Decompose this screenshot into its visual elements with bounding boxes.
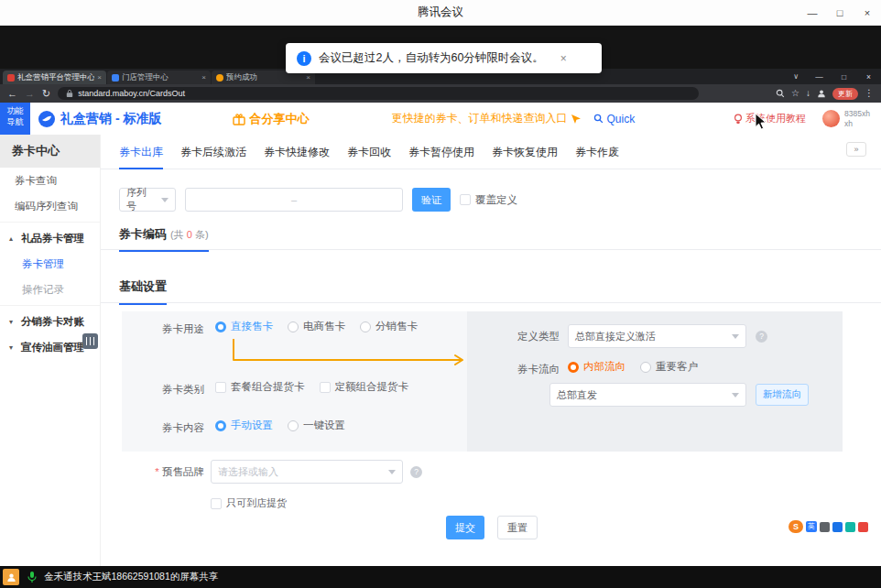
verify-button[interactable]: 验证 (412, 188, 451, 212)
sidebar-collapse-handle[interactable] (82, 333, 98, 349)
tab-close-icon[interactable]: × (97, 73, 102, 82)
tab-card-quick-edit[interactable]: 券卡快捷修改 (264, 135, 330, 169)
microphone-icon[interactable] (27, 571, 38, 584)
triangle-up-icon: ▴ (9, 234, 17, 243)
address-bar[interactable]: standard.maboy.cn/CardsOut (58, 87, 699, 100)
store-pickup-only-checkbox-row[interactable]: 只可到店提货 (211, 496, 287, 510)
tab-card-followup-activation[interactable]: 券卡后续激活 (180, 135, 246, 169)
meeting-toast: i 会议已超过2人，自动转为60分钟限时会议。 × (286, 43, 602, 73)
function-nav-toggle[interactable]: 功能 导航 (0, 103, 30, 135)
toast-close-icon[interactable]: × (560, 52, 567, 65)
radio-icon (288, 420, 299, 431)
radio-manual-setup[interactable]: 手动设置 (215, 419, 273, 432)
presale-brand-select[interactable]: 请选择或输入 (211, 460, 403, 484)
quick-search[interactable]: Quick (593, 113, 635, 125)
reset-button[interactable]: 重置 (497, 516, 538, 539)
radio-internal-flow[interactable]: 内部流向 (568, 360, 625, 374)
search-icon[interactable] (776, 89, 785, 98)
browser-update-button[interactable]: 更新 (832, 88, 858, 100)
tab-card-recycle[interactable]: 券卡回收 (347, 135, 391, 169)
info-icon: i (297, 51, 311, 66)
minimize-icon[interactable]: — (799, 0, 826, 26)
sidebar-item-gift-card-management[interactable]: ▴ 礼品券卡管理 (0, 225, 100, 251)
radio-distribution-sale[interactable]: 分销售卡 (360, 320, 418, 333)
user-avatar[interactable] (822, 110, 840, 127)
serial-type-select[interactable]: 序列号 (119, 188, 176, 212)
extension-icon[interactable] (820, 522, 830, 532)
tab-card-outbound[interactable]: 券卡出库 (119, 135, 163, 169)
content-options: 手动设置 一键设置 (215, 419, 345, 432)
reload-icon[interactable]: ↻ (42, 89, 50, 99)
browser-minimize-icon[interactable]: — (807, 72, 832, 82)
radio-ecommerce-sale[interactable]: 电商售卡 (288, 320, 345, 333)
extension-icon[interactable] (832, 522, 843, 532)
sidebar-item-code-sequence-query[interactable]: 编码序列查询 (0, 193, 100, 219)
favicon-icon (7, 74, 15, 82)
tab-card-restore[interactable]: 券卡恢复使用 (492, 135, 558, 169)
profile-icon[interactable] (817, 89, 826, 98)
radio-important-customer[interactable]: 重要客户 (640, 360, 698, 374)
bookmark-star-icon[interactable]: ☆ (791, 89, 799, 98)
define-type-label: 定义类型 (517, 330, 560, 343)
help-icon[interactable]: ? (410, 466, 422, 478)
category-options: 套餐组合提货卡 定额组合提货卡 (215, 380, 408, 394)
person-icon (6, 572, 16, 583)
back-icon[interactable]: ← (7, 89, 17, 99)
radio-direct-sale[interactable]: 直接售卡 (215, 320, 273, 333)
toast-message: 会议已超过2人，自动转为60分钟限时会议。 (319, 50, 544, 66)
tab-close-icon[interactable]: × (306, 73, 310, 82)
triangle-down-icon: ▾ (9, 343, 17, 352)
add-flow-button[interactable]: 新增流向 (756, 384, 809, 406)
card-codes-section-title: 券卡编码(共 0 条) (119, 226, 209, 252)
meeting-window: 腾讯会议 — □ × 礼盒营销平台管理中心 × 门店管理中心 × (0, 0, 881, 588)
extension-icon[interactable] (858, 522, 868, 532)
download-icon[interactable]: ↓ (806, 89, 810, 98)
extension-icon[interactable] (845, 522, 855, 532)
promo-link[interactable]: 更快捷的券卡、订单和快递查询入口 (391, 111, 581, 126)
participant-icon[interactable] (3, 569, 19, 585)
serial-range-input[interactable]: – (185, 188, 403, 212)
translate-language-icon[interactable]: 英 (806, 521, 817, 532)
meeting-titlebar: 腾讯会议 — □ × (0, 0, 881, 26)
radio-selected-icon (568, 362, 579, 373)
tab-close-icon[interactable]: × (201, 73, 206, 82)
checkbox-icon[interactable] (460, 194, 471, 205)
brand-logo-icon (38, 110, 56, 128)
kebab-menu-icon[interactable]: ⋮ (865, 89, 874, 98)
checkbox-combo-pickup-card[interactable]: 套餐组合提货卡 (215, 380, 305, 394)
checkbox-fixed-combo-pickup-card[interactable]: 定额组合提货卡 (320, 380, 409, 394)
tab-card-void[interactable]: 券卡作废 (575, 135, 619, 169)
browser-maximize-icon[interactable]: □ (832, 72, 856, 82)
radio-one-click-setup[interactable]: 一键设置 (288, 419, 345, 432)
tab-search-chevron-icon[interactable]: ∨ (785, 72, 807, 81)
sidebar-item-card-query[interactable]: 券卡查询 (0, 168, 100, 193)
maximize-icon[interactable]: □ (826, 0, 854, 26)
sidebar-item-card-management[interactable]: 券卡管理 (0, 251, 100, 277)
extension-logo-icon[interactable]: S (789, 520, 803, 533)
share-center-link[interactable]: 合分享中心 (233, 111, 309, 127)
tab-card-suspend[interactable]: 券卡暂停使用 (408, 135, 474, 169)
close-icon[interactable]: × (854, 0, 881, 26)
browser-close-icon[interactable]: × (856, 72, 881, 82)
override-definition-checkbox-row[interactable]: 覆盖定义 (460, 193, 517, 207)
basic-settings-tab[interactable]: 基础设置 (119, 278, 167, 305)
page-header: 功能 导航 礼盒营销 - 标准版 合分享中心 更快捷的券卡、订单和快递查询入口 (0, 103, 881, 135)
user-info: 8385xh xh (844, 109, 870, 127)
flow-select[interactable]: 总部直发 (549, 383, 746, 407)
favicon-icon (112, 74, 119, 82)
lock-icon (66, 89, 73, 98)
share-status-text: 金禾通技术王斌18662591081的屏幕共享 (44, 571, 218, 583)
help-icon[interactable]: ? (756, 331, 767, 343)
browser-tab-1[interactable]: 礼盒营销平台管理中心 × (3, 71, 106, 84)
browser-tab-2[interactable]: 门店管理中心 × (107, 71, 211, 84)
define-type-select[interactable]: 总部直接定义激活 (568, 324, 746, 348)
brand-name: 礼盒营销 - 标准版 (60, 111, 161, 127)
forward-icon[interactable]: → (25, 89, 35, 99)
tutorial-link[interactable]: 系统使用教程 (734, 112, 806, 125)
tabstrip-right: ∨ — □ × (785, 69, 881, 84)
url-text: standard.maboy.cn/CardsOut (78, 89, 185, 98)
submit-button[interactable]: 提交 (446, 516, 484, 539)
sidebar-item-distribution-reconciliation[interactable]: ▾ 分销券卡对账 (0, 309, 100, 334)
sidebar-item-operation-log[interactable]: 操作记录 (0, 277, 100, 302)
panel-expand-button[interactable]: » (846, 142, 866, 157)
